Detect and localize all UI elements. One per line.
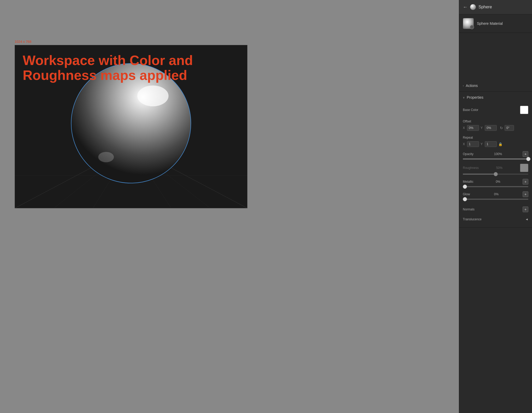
roughness-label: Roughness: [463, 166, 479, 170]
offset-x-axis: X: [463, 126, 466, 130]
svg-point-10: [137, 86, 169, 107]
metallic-label-row: Metallic 0% +: [463, 179, 528, 185]
glow-slider-track[interactable]: [463, 199, 528, 200]
opacity-slider-track[interactable]: [463, 158, 528, 160]
metallic-value: 0%: [496, 180, 500, 184]
repeat-x-field: X 1: [463, 141, 479, 147]
repeat-y-field: Y 1: [481, 141, 497, 147]
metallic-label: Metallic: [463, 180, 474, 184]
offset-y-axis: Y: [481, 126, 484, 130]
offset-label: Offset: [463, 120, 471, 123]
opacity-row: Opacity 100% +: [463, 151, 528, 160]
opacity-label-row: Opacity 100% +: [463, 151, 528, 157]
panel-header: ← Sphere: [459, 0, 532, 14]
workspace-label: Workspace with Color and Roughness maps …: [23, 53, 247, 83]
offset-x-value[interactable]: 0%: [467, 125, 479, 131]
metallic-slider-track[interactable]: [463, 186, 528, 187]
roughness-slider-row: [463, 174, 528, 175]
glow-label-row: Glow 0% +: [463, 191, 528, 197]
repeat-y-value[interactable]: 1: [485, 141, 497, 147]
opacity-add-button[interactable]: +: [523, 151, 528, 157]
normals-label: Normals: [463, 208, 475, 211]
translucence-row: Translucence ◄: [463, 215, 528, 224]
opacity-value: 100%: [494, 152, 502, 156]
canvas-container: Workspace with Color and Roughness maps …: [15, 45, 247, 208]
base-color-row: Base Color: [463, 106, 528, 114]
roughness-value: 50%: [496, 166, 503, 170]
roughness-slider-track[interactable]: [463, 174, 528, 175]
normals-row: Normals +: [463, 204, 528, 215]
offset-inputs: X 0% Y 0% ↻ 0°: [463, 125, 528, 131]
lock-icon: 🔒: [498, 142, 503, 146]
metallic-add-button[interactable]: +: [523, 179, 528, 185]
canvas-dimensions: 1024 x 768: [15, 40, 31, 44]
normals-add-button[interactable]: +: [523, 206, 528, 212]
offset-rotate-value[interactable]: 0°: [505, 125, 514, 131]
base-color-label: Base Color: [463, 108, 478, 112]
opacity-slider-thumb[interactable]: [526, 157, 530, 161]
roughness-label-row: Roughness 50%: [463, 164, 528, 172]
repeat-y-axis: Y: [481, 142, 484, 146]
actions-header[interactable]: › Actions: [459, 80, 532, 91]
glow-row: Glow 0% +: [463, 191, 528, 200]
repeat-label: Repeat: [463, 136, 473, 139]
base-color-swatch[interactable]: [520, 106, 528, 114]
glow-slider-thumb[interactable]: [463, 197, 467, 201]
properties-chevron: ∨: [463, 96, 465, 99]
material-name: Sphere Material: [477, 21, 503, 26]
properties-header[interactable]: ∨ Properties: [459, 92, 532, 103]
repeat-x-value[interactable]: 1: [467, 141, 479, 147]
viewport-area: 1024 x 768: [0, 0, 459, 413]
material-thumbnail: [463, 18, 474, 29]
back-button[interactable]: ←: [463, 4, 468, 10]
rotate-icon: ↻: [500, 126, 503, 130]
translucence-chevron: ◄: [525, 217, 528, 221]
translucence-label: Translucence: [463, 217, 482, 221]
header-title: Sphere: [478, 5, 492, 9]
glow-label: Glow: [463, 192, 470, 196]
roughness-row: Roughness 50%: [463, 164, 528, 175]
glow-add-button[interactable]: +: [523, 191, 528, 197]
properties-body: Base Color Offset X 0% Y 0% ↻ 0°: [459, 103, 532, 227]
material-item[interactable]: Sphere Material: [459, 14, 532, 33]
offset-x-field: X 0%: [463, 125, 479, 131]
metallic-slider-row: [463, 186, 528, 187]
glow-slider-row: [463, 199, 528, 200]
svg-point-11: [98, 152, 114, 162]
metallic-row: Metallic 0% +: [463, 179, 528, 187]
offset-y-value[interactable]: 0%: [485, 125, 497, 131]
repeat-inputs: X 1 Y 1 🔒: [463, 141, 528, 147]
actions-chevron: ›: [463, 84, 464, 87]
right-panel: ← Sphere Sphere Material › Actions ∨ Pro…: [459, 0, 532, 413]
repeat-x-axis: X: [463, 142, 466, 146]
roughness-slider-thumb[interactable]: [494, 172, 498, 176]
offset-row: Offset X 0% Y 0% ↻ 0°: [463, 119, 528, 131]
repeat-row: Repeat X 1 Y 1 🔒: [463, 135, 528, 147]
properties-label: Properties: [467, 95, 483, 99]
opacity-label: Opacity: [463, 152, 474, 156]
actions-label: Actions: [466, 84, 478, 88]
glow-value: 0%: [494, 192, 499, 196]
actions-section: › Actions: [459, 80, 532, 92]
properties-section: ∨ Properties Base Color Offset X 0% Y: [459, 92, 532, 228]
panel-spacer: [459, 33, 532, 80]
roughness-swatch[interactable]: [520, 164, 528, 172]
opacity-slider-row: [463, 158, 528, 160]
sphere-icon: [470, 4, 476, 10]
offset-y-field: Y 0%: [481, 125, 497, 131]
metallic-slider-thumb[interactable]: [463, 185, 467, 189]
